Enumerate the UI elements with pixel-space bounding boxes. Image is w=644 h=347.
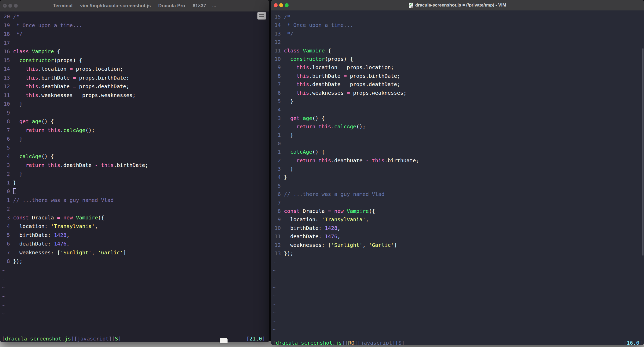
code-text: } xyxy=(13,180,16,186)
code-line: 7 this.deathDate = props.deathDate; xyxy=(275,80,641,88)
zoom-button[interactable] xyxy=(14,4,18,8)
line-number: 13 xyxy=(4,74,10,82)
line-number: 7 xyxy=(275,199,281,207)
empty-line-tilde: ~ xyxy=(275,300,641,308)
window-title-text: dracula-screenshot.js = (/private/tmp) -… xyxy=(415,3,506,8)
macvim-window: JS dracula-screenshot.js = (/private/tmp… xyxy=(271,0,644,345)
line-number: 12 xyxy=(4,82,10,91)
code-text: * Once upon a time... xyxy=(13,22,82,28)
empty-line-tilde: ~ xyxy=(4,309,267,318)
code-line: 4 location: 'Transylvania', xyxy=(4,222,267,231)
line-number: 2 xyxy=(275,156,281,165)
code-text: } xyxy=(13,101,22,107)
code-line: 0 xyxy=(275,139,641,148)
line-number: 12 xyxy=(275,38,281,46)
code-text: calcAge() { xyxy=(13,153,54,159)
code-text: this.weaknesses = props.weaknesses; xyxy=(13,92,136,98)
line-number: 4 xyxy=(4,222,10,231)
code-text: } xyxy=(284,132,293,138)
code-area[interactable]: 20/*19 * Once upon a time...18 */1716cla… xyxy=(4,12,267,318)
code-text: deathDate: 1476, xyxy=(13,241,70,247)
code-line: 15 constructor(props) { xyxy=(4,56,267,65)
minimize-button[interactable] xyxy=(8,4,12,8)
code-text: weaknesses: ['Sunlight', 'Garlic'] xyxy=(13,249,126,256)
code-line: 11 this.weaknesses = props.weaknesses; xyxy=(4,91,267,100)
code-line: 6 } xyxy=(4,135,267,143)
code-line: 3 get age() { xyxy=(275,114,641,122)
code-line: 2 return this.calcAge(); xyxy=(275,122,641,131)
code-text: */ xyxy=(13,31,22,37)
vim-buffer-right[interactable]: 15/*14 * Once upon a time...13 */1211cla… xyxy=(271,10,644,345)
scrollbar-widget-icon[interactable] xyxy=(257,12,266,20)
empty-line-tilde: ~ xyxy=(275,325,641,333)
code-line: 1 } xyxy=(275,131,641,139)
line-number: 3 xyxy=(275,165,281,173)
code-line: 4 calcAge() { xyxy=(4,152,267,161)
line-number: 4 xyxy=(275,173,281,181)
line-number: 5 xyxy=(275,97,281,105)
code-line: 14 * Once upon a time... xyxy=(275,21,641,29)
line-number: 4 xyxy=(275,105,281,114)
line-number: 7 xyxy=(4,126,10,135)
line-number: 1 xyxy=(275,131,281,139)
code-text: }); xyxy=(284,250,293,256)
line-number: 6 xyxy=(4,135,10,143)
traffic-lights xyxy=(274,3,289,7)
terminal-titlebar[interactable]: Terminal — vim /tmp/dracula-screenshot.j… xyxy=(0,0,269,12)
code-line: 11class Vampire { xyxy=(275,46,641,55)
line-number: 8 xyxy=(4,117,10,126)
line-number: 9 xyxy=(275,63,281,71)
empty-line-tilde: ~ xyxy=(4,301,267,310)
scrollbar-thumb[interactable] xyxy=(642,48,643,256)
empty-line-tilde: ~ xyxy=(275,258,641,266)
code-line: 7 xyxy=(275,199,641,207)
code-text: weaknesses: ['Sunlight', 'Garlic'] xyxy=(284,242,397,248)
code-text: this.birthDate = props.birthDate; xyxy=(13,75,129,81)
line-number: 11 xyxy=(275,46,281,55)
code-line: 15/* xyxy=(275,13,641,21)
empty-line-tilde: ~ xyxy=(275,317,641,325)
line-number: 4 xyxy=(4,152,10,161)
code-line: 10 constructor(props) { xyxy=(275,55,641,63)
code-line: 13 */ xyxy=(275,29,641,38)
code-line: 3 return this.deathDate - this.birthDate… xyxy=(4,161,267,170)
code-line: 14 this.location = props.location; xyxy=(4,65,267,74)
line-number: 2 xyxy=(275,122,281,131)
minimize-button[interactable] xyxy=(279,3,283,7)
line-number: 9 xyxy=(4,109,10,117)
empty-line-tilde: ~ xyxy=(4,266,267,275)
macvim-titlebar[interactable]: JS dracula-screenshot.js = (/private/tmp… xyxy=(271,0,644,11)
code-text: const Dracula = new Vampire({ xyxy=(13,214,104,221)
empty-line-tilde: ~ xyxy=(4,274,267,283)
code-line: 6// ...there was a guy named Vlad xyxy=(275,190,641,198)
code-line: 9 this.location = props.location; xyxy=(275,63,641,71)
code-line: 5 } xyxy=(275,97,641,105)
js-file-icon-label: JS xyxy=(411,6,413,8)
empty-line-tilde: ~ xyxy=(4,283,267,292)
line-number: 5 xyxy=(275,182,281,190)
line-number: 0 xyxy=(4,187,10,196)
code-line: 0 xyxy=(4,187,267,196)
zoom-button[interactable] xyxy=(285,3,289,7)
line-number: 2 xyxy=(4,170,10,178)
code-line: 2 } xyxy=(4,170,267,178)
close-button[interactable] xyxy=(3,4,7,8)
code-line: 6 deathDate: 1476, xyxy=(4,240,267,248)
line-number: 3 xyxy=(4,213,10,222)
code-line: 5 xyxy=(4,143,267,152)
code-text: return this.deathDate - this.birthDate; xyxy=(284,157,419,164)
code-text: location: 'Transylvania', xyxy=(284,216,369,223)
code-line: 4} xyxy=(275,173,641,181)
code-line: 8 this.birthDate = props.birthDate; xyxy=(275,72,641,80)
vim-buffer-left[interactable]: 20/*19 * Once upon a time...18 */1716cla… xyxy=(0,11,269,342)
code-text: this.deathDate = props.deathDate; xyxy=(13,83,129,89)
code-text: get age() { xyxy=(13,118,54,124)
code-area[interactable]: 15/*14 * Once upon a time...13 */1211cla… xyxy=(275,13,641,334)
line-number: 7 xyxy=(275,80,281,88)
code-line: 10 } xyxy=(4,100,267,109)
code-line: 5 birthDate: 1428, xyxy=(4,231,267,240)
line-number: 11 xyxy=(275,232,281,241)
code-line: 12 weaknesses: ['Sunlight', 'Garlic'] xyxy=(275,241,641,249)
line-number: 15 xyxy=(4,56,10,65)
close-button[interactable] xyxy=(274,3,278,7)
